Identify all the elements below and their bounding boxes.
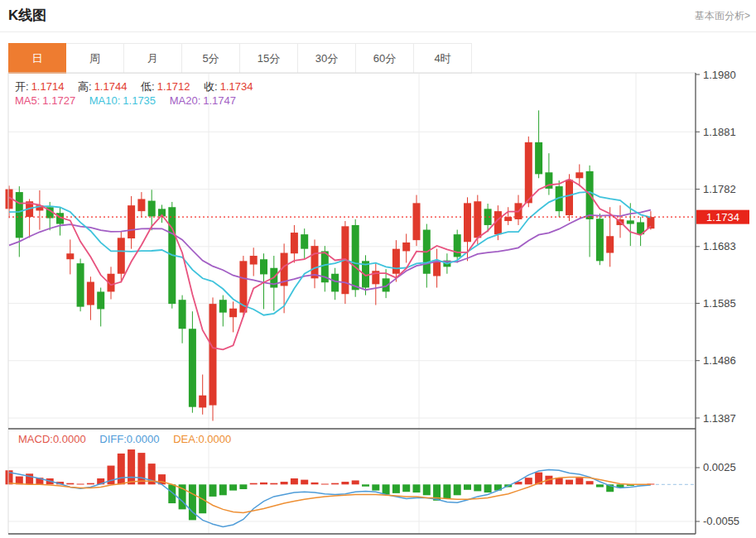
macd-value: 0.0000 — [53, 433, 86, 445]
macd-bar — [118, 454, 125, 484]
candle[interactable] — [189, 329, 196, 406]
ohlc-info: 开:1.1714 高:1.1744 低:1.1712 收:1.1734 — [15, 79, 253, 94]
candle[interactable] — [331, 274, 339, 292]
candle[interactable] — [137, 199, 145, 211]
ma5-value: 1.1727 — [42, 94, 75, 107]
macd-bar — [383, 484, 390, 494]
open-label: 开: — [15, 80, 29, 93]
candle[interactable] — [311, 246, 319, 278]
low-value: 1.1712 — [157, 80, 190, 93]
macd-bar — [372, 484, 379, 490]
macd-bar — [341, 482, 349, 484]
ma20-value: 1.1747 — [203, 94, 236, 107]
ma-info: MA5:1.1727 MA10:1.1735 MA20:1.1747 — [15, 94, 236, 107]
candle[interactable] — [199, 396, 206, 408]
macd-bar — [392, 484, 400, 493]
candle[interactable] — [77, 263, 84, 306]
ma10-line — [9, 192, 651, 315]
candle[interactable] — [566, 180, 573, 215]
candle[interactable] — [87, 282, 94, 305]
low-label: 低: — [141, 80, 155, 93]
macd-bar — [443, 484, 450, 498]
candle[interactable] — [575, 172, 583, 178]
macd-bar — [239, 484, 247, 489]
macd-bar — [464, 484, 471, 490]
y-axis-label: 1.1782 — [703, 183, 736, 195]
macd-bar — [423, 484, 431, 495]
macd-bar — [87, 483, 94, 485]
macd-label: MACD: — [18, 433, 53, 445]
candle[interactable] — [474, 201, 481, 238]
candle[interactable] — [66, 253, 74, 259]
candle[interactable] — [606, 236, 614, 252]
ma5-label: MA5: — [15, 94, 40, 107]
candle[interactable] — [433, 261, 441, 276]
candle[interactable] — [118, 238, 125, 273]
macd-bar — [137, 453, 145, 484]
candle[interactable] — [504, 217, 512, 221]
candle[interactable] — [454, 234, 461, 257]
macd-bar — [270, 483, 277, 485]
diff-label: DIFF: — [99, 433, 127, 445]
macd-bar — [575, 478, 583, 484]
candle[interactable] — [229, 309, 237, 317]
macd-bar — [250, 483, 258, 485]
y-axis-label: 1.1980 — [703, 69, 736, 81]
candle[interactable] — [464, 203, 471, 242]
diff-value: 0.0000 — [127, 433, 160, 445]
macd-bar — [454, 484, 461, 495]
close-label: 收: — [204, 80, 218, 93]
macd-bar — [219, 484, 227, 495]
candle[interactable] — [179, 300, 186, 329]
y-axis-label: 1.1881 — [703, 126, 736, 138]
macd-bar — [484, 484, 492, 492]
macd-bar — [596, 484, 604, 487]
macd-bar — [209, 484, 217, 497]
candle[interactable] — [260, 259, 267, 274]
y-axis-label: 1.1387 — [703, 412, 736, 425]
macd-bar — [352, 480, 359, 484]
current-price-badge-text: 1.1734 — [706, 211, 739, 223]
macd-bar — [402, 484, 410, 492]
y-axis-label: 1.1683 — [703, 240, 736, 252]
candle[interactable] — [535, 142, 542, 174]
macd-bar — [586, 481, 594, 484]
macd-info: MACD:0.0000 DIFF:0.0000 DEA:0.0000 — [18, 433, 231, 445]
candle[interactable] — [627, 220, 634, 223]
macd-bar — [66, 483, 74, 485]
close-value: 1.1734 — [220, 80, 253, 93]
macd-bar — [301, 480, 308, 485]
high-label: 高: — [78, 80, 92, 93]
candle[interactable] — [128, 205, 135, 238]
candle[interactable] — [352, 225, 359, 290]
candle[interactable] — [413, 203, 421, 240]
candle[interactable] — [596, 219, 604, 261]
candle[interactable] — [219, 300, 227, 312]
candle[interactable] — [250, 256, 258, 264]
candle[interactable] — [392, 249, 400, 274]
candle[interactable] — [16, 192, 23, 238]
macd-bar — [566, 480, 573, 485]
ma10-label: MA10: — [89, 94, 121, 107]
ma10-value: 1.1735 — [123, 94, 156, 107]
dea-label: DEA: — [173, 433, 198, 445]
macd-bar — [413, 484, 421, 492]
dea-value: 0.0000 — [199, 433, 232, 445]
candle[interactable] — [97, 291, 104, 309]
open-value: 1.1714 — [31, 80, 65, 93]
macd-bar — [321, 483, 329, 484]
candle[interactable] — [301, 234, 308, 248]
macd-axis-label: 0.0025 — [703, 461, 736, 473]
candle[interactable] — [209, 304, 217, 405]
high-value: 1.1744 — [94, 80, 128, 93]
macd-bar — [77, 483, 84, 484]
macd-bar — [525, 478, 532, 484]
ma20-line — [9, 210, 651, 291]
macd-axis-label: -0.0055 — [703, 515, 739, 527]
candle[interactable] — [148, 201, 156, 217]
candle[interactable] — [402, 243, 410, 251]
candle[interactable] — [291, 233, 298, 253]
macd-bar — [229, 484, 237, 490]
candle[interactable] — [525, 142, 532, 203]
macd-bar — [168, 484, 176, 503]
